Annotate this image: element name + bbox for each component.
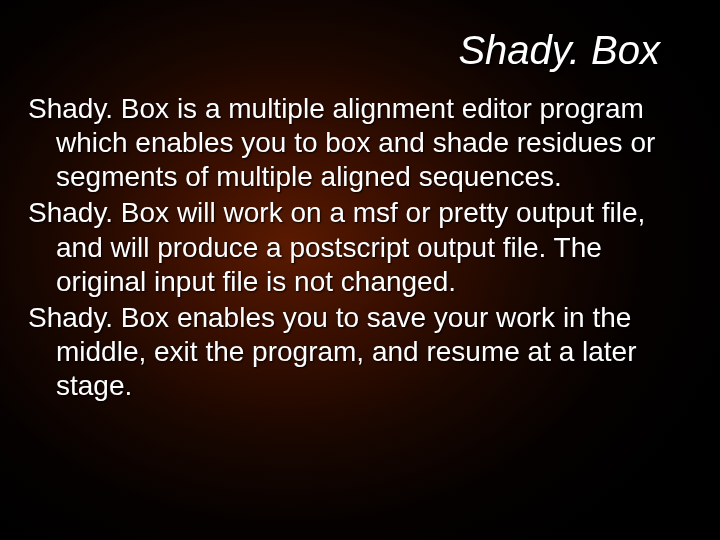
- paragraph: Shady. Box will work on a msf or pretty …: [28, 196, 680, 298]
- slide-title: Shady. Box: [0, 28, 660, 73]
- slide: Shady. Box Shady. Box is a multiple alig…: [0, 0, 720, 540]
- paragraph: Shady. Box enables you to save your work…: [28, 301, 680, 403]
- slide-body: Shady. Box is a multiple alignment edito…: [28, 92, 680, 405]
- paragraph: Shady. Box is a multiple alignment edito…: [28, 92, 680, 194]
